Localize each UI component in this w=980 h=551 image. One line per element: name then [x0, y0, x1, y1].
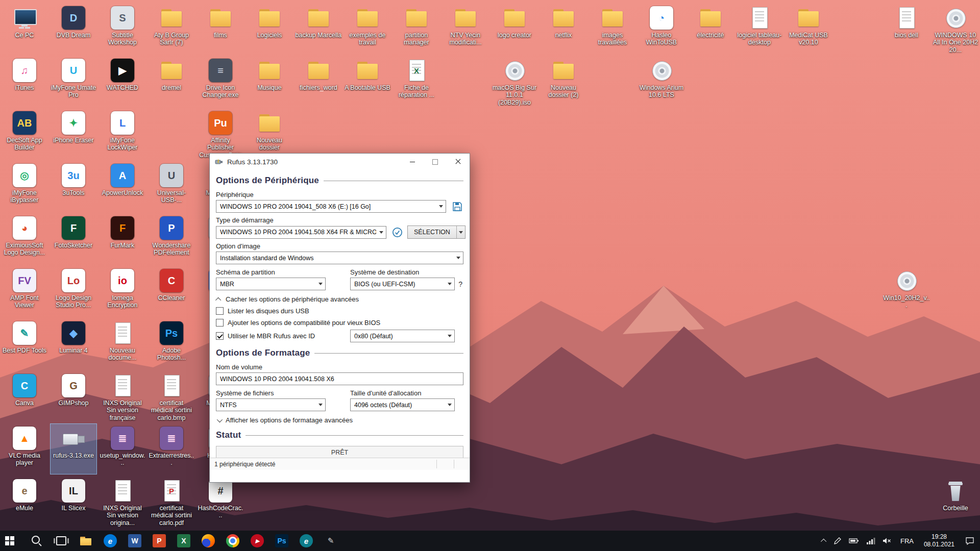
desktop-icon-nouveau-dossier[interactable]: Nouveau dossier [246, 108, 293, 159]
desktop-icon-affinity-publisher-customer-beta[interactable]: PuAffinity Publisher Customer Beta [197, 108, 244, 159]
desktop-icon-best-pdf-tools[interactable]: ✎Best PDF Tools [1, 318, 48, 369]
show-advanced-format-options[interactable]: Afficher les options de formatage avancé… [216, 416, 463, 424]
desktop-icon-exemples-de-travail[interactable]: exemples de travail [344, 3, 391, 54]
mbr-id-select[interactable]: 0x80 (Défaut) [350, 330, 455, 342]
desktop-icon-3utools[interactable]: 3u3uTools [50, 161, 97, 212]
desktop-icon-itunes[interactable]: ♫iTunes [1, 56, 48, 107]
selection-dropdown-arrow[interactable] [456, 226, 465, 238]
firefox-app[interactable] [196, 531, 220, 551]
desktop-icon-fotosketcher[interactable]: FFotoSketcher [50, 213, 97, 264]
search-button[interactable] [24, 531, 49, 551]
desktop-icon-grid[interactable]: Ce PCDDVB DreamSSubtitle WorkshopAty B G… [0, 0, 980, 531]
hide-advanced-device-options[interactable]: Cacher les options de périphérique avanc… [216, 295, 463, 304]
desktop-icon-a-bootable-usb[interactable]: A Bootable USB [344, 56, 391, 107]
desktop-icon-extraterrestres[interactable]: ≣Extraterrestres... [148, 423, 195, 474]
desktop-icon-nouveau-docume[interactable]: Nouveau docume... [99, 318, 146, 369]
desktop-icon-vlc-media-player[interactable]: ▲VLC media player [1, 423, 48, 474]
close-button-titlebar[interactable] [447, 154, 470, 170]
desktop-icon-usetup-window[interactable]: ≣usetup_window... [99, 423, 146, 474]
cluster-size-select[interactable]: 4096 octets (Défaut) [350, 398, 455, 411]
desktop-icon-subtitle-workshop[interactable]: SSubtitle Workshop [99, 3, 146, 54]
desktop-icon-logiciel-tableau-desktop[interactable]: logiciel tableau-desktop [736, 3, 783, 54]
edge-chromium-app[interactable]: e [294, 531, 318, 551]
language-indicator[interactable]: FRA [895, 531, 919, 551]
desktop-icon-backup-marcella[interactable]: backup Marcella [295, 3, 342, 54]
file-system-select[interactable]: NTFS [216, 398, 326, 411]
desktop-icon-macos-big-sur-11-0-1-20b29-iso[interactable]: macOS Big Sur 11.0.1 (20B29).iso [491, 56, 538, 107]
desktop-icon-decsoft-app-builder[interactable]: ABDecSoft App Builder [1, 108, 48, 159]
desktop-icon-films[interactable]: films [197, 3, 244, 54]
desktop-icon-lectricit[interactable]: électricité [687, 3, 734, 54]
network-button[interactable] [863, 531, 879, 551]
help-icon[interactable]: ? [458, 280, 463, 288]
desktop-icon-nouveau-dossier-2[interactable]: Nouveau dossier (2) [540, 56, 587, 107]
desktop-icon-gimpshop[interactable]: GGIMPshop [50, 371, 97, 422]
image-option-select[interactable]: Installation standard de Windows [216, 252, 463, 264]
boot-type-select[interactable]: WINDOWS 10 PRO 2004 19041.508 X64 FR & M… [216, 226, 386, 239]
excel-app[interactable]: X [172, 531, 196, 551]
desktop-icon-universal-usb[interactable]: UUniversal-USB-... [148, 161, 195, 212]
chrome-app[interactable] [220, 531, 245, 551]
desktop-icon-corbeille[interactable]: Corbeille [932, 476, 979, 527]
word-app[interactable]: W [122, 531, 147, 551]
desktop-icon-musique[interactable]: Musique [246, 56, 293, 107]
hidden-icons-chevron[interactable] [819, 531, 830, 551]
desktop-icon-windows-arium-10-6-lts[interactable]: Windows Arium 10.6 LTS [638, 56, 685, 107]
list-usb-checkbox-row[interactable]: Lister les disques durs USB [216, 307, 463, 315]
desktop-icon-medicat-usb-v20-10[interactable]: MediCat USB v20.10 [785, 3, 832, 54]
desktop-icon-il-slicex[interactable]: ILIL Slicex [50, 476, 97, 527]
desktop-icon-adobe-photosh[interactable]: PsAdobe Photosh... [148, 318, 195, 369]
target-system-select[interactable]: BIOS (ou UEFI-CSM) [350, 278, 455, 290]
task-view-button[interactable] [49, 531, 74, 551]
battery-button[interactable] [845, 531, 863, 551]
desktop-icon-apowerunlock[interactable]: AApowerUnlock [99, 161, 146, 212]
desktop-icon-dvb-dream[interactable]: DDVB Dream [50, 3, 97, 54]
desktop-icon-eximioussoft-logo-design[interactable]: ◕EximiousSoft Logo Design... [1, 213, 48, 264]
desktop-icon-certificat-m-dical-sortini-carlo-bmp[interactable]: certificat médical sortini carlo.bmp [148, 371, 195, 422]
desktop-icon-dremel[interactable]: dremel [148, 56, 195, 107]
old-bios-checkbox-row[interactable]: Ajouter les options de compatibilité pou… [216, 318, 463, 327]
desktop-icon-logiciels[interactable]: Logiciels [246, 3, 293, 54]
desktop-icon-emule[interactable]: eeMule [1, 476, 48, 527]
pen-tool-app[interactable]: ✎ [318, 531, 343, 551]
title-bar[interactable]: Rufus 3.13.1730 [210, 154, 470, 170]
desktop-icon-luminar-4[interactable]: ◆Luminar 4 [50, 318, 97, 369]
rufus-mbr-checkbox-row[interactable]: Utiliser le MBR Rufus avec ID [216, 332, 350, 340]
desktop-icon-imyfone-ibypasser[interactable]: ◎iMyFone iBypasser [1, 161, 48, 212]
device-select[interactable]: WINDOWS 10 PRO 2004 19041_508 X6 (E:) [1… [216, 200, 446, 213]
desktop-icon-netflix[interactable]: netflix [540, 3, 587, 54]
clock[interactable]: 19:28 08.01.2021 [919, 531, 960, 551]
desktop-icon-bios-dell[interactable]: bios dell [883, 3, 930, 54]
ink-workspace-button[interactable] [830, 531, 845, 551]
edge-app[interactable]: e [98, 531, 122, 551]
checkbox-checked-icon[interactable] [216, 332, 224, 340]
save-icon[interactable] [451, 201, 463, 213]
checkbox-unchecked-icon[interactable] [216, 307, 224, 315]
desktop-icon-wondershare-pdfelement[interactable]: PWondershare PDFelement [148, 213, 195, 264]
desktop-icon-inxs-original-sin-version-fran-aise[interactable]: INXS Original Sin version française [99, 371, 146, 422]
check-circle-icon[interactable] [391, 227, 403, 238]
desktop-icon-partition-manager[interactable]: partition manager [393, 3, 440, 54]
desktop-icon-watched[interactable]: ▶WATCHED [99, 56, 146, 107]
desktop-icon-furmark[interactable]: FFurMark [99, 213, 146, 264]
desktop-icon-hasleo-wintousb[interactable]: ◔Hasleo WinToUSB [638, 3, 685, 54]
maximize-button[interactable] [424, 154, 447, 170]
desktop-icon-iomega-encryption[interactable]: ioIomega Encryption [99, 266, 146, 317]
checkbox-unchecked-icon[interactable] [216, 319, 224, 327]
desktop-icon-inxs-original-sin-version-origina[interactable]: INXS Original Sin version origina... [99, 476, 146, 527]
file-explorer-app[interactable] [74, 531, 98, 551]
volume-name-input[interactable] [216, 372, 463, 385]
desktop-icon-aty-b-group-sarlr-7[interactable]: Aty B Group Sarlr (7) [148, 3, 195, 54]
desktop-icon-iphone-eraser[interactable]: ✦iPhone Eraser [50, 108, 97, 159]
desktop-icon-images-travaill-es[interactable]: images travaillées [589, 3, 636, 54]
start-button[interactable] [0, 531, 24, 551]
photoshop-app[interactable]: Ps [270, 531, 294, 551]
desktop-icon-fichiers-word[interactable]: fichiers_word [295, 56, 342, 107]
desktop-icon-drive-icon-changer-exe[interactable]: ≡Drive Icon Changer.exe [197, 56, 244, 107]
desktop-icon-imyfone-umate-pro[interactable]: UiMyFone Umate Pro [50, 56, 97, 107]
desktop-icon-rufus-3-13-exe[interactable]: rufus-3.13.exe [50, 423, 97, 474]
desktop-icon-windows-10-all-in-one-20h2-20[interactable]: WINDOWS 10 All In One 20H2 20... [932, 3, 979, 54]
desktop-icon-logo-design-studio-pro[interactable]: LoLogo Design Studio Pro... [50, 266, 97, 317]
media-app[interactable]: ▸ [245, 531, 270, 551]
desktop-icon-fiche-de-r-paration[interactable]: XFiche de réparation ... [393, 56, 440, 107]
